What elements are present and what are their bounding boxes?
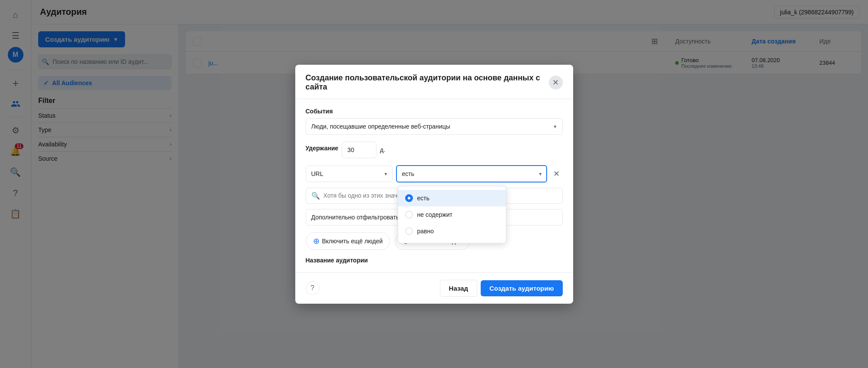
events-field-group: События Люди, посещавшие определенные ве… <box>306 108 563 135</box>
modal-close-button[interactable]: ✕ <box>549 76 563 90</box>
radio-est <box>405 194 413 202</box>
events-label: События <box>306 108 563 115</box>
retention-label: Удержание <box>306 145 339 152</box>
help-button[interactable]: ? <box>306 281 320 295</box>
url-select[interactable]: URL <box>306 166 393 182</box>
dropdown-option-ne-soderzhit[interactable]: не содержит <box>398 206 506 223</box>
retention-row: Удержание 30 д. <box>306 142 563 158</box>
retention-input[interactable]: 30 <box>342 142 376 158</box>
events-select-wrapper: Люди, посещавшие определенные веб-страни… <box>306 118 563 135</box>
radio-ravno <box>405 227 413 235</box>
modal-header: Создание пользовательской аудитории на о… <box>295 65 573 99</box>
url-select-wrapper: URL <box>306 166 393 182</box>
filter-search-icon: 🔍 <box>311 192 320 200</box>
audience-name-label: Название аудитории <box>306 257 563 264</box>
filter-remove-button[interactable]: ✕ <box>551 168 563 180</box>
audience-name-section: Название аудитории <box>306 257 563 264</box>
modal-overlay: Создание пользовательской аудитории на о… <box>0 0 868 368</box>
include-icon: ⊕ <box>313 236 320 246</box>
option-label-est: есть <box>417 195 430 202</box>
back-button[interactable]: Назад <box>440 280 477 297</box>
footer-right: Назад Создать аудиторию <box>440 280 563 297</box>
retention-unit: д. <box>380 146 385 153</box>
include-people-button[interactable]: ⊕ Включить ещё людей <box>306 232 390 250</box>
dropdown-option-est[interactable]: есть <box>398 190 506 206</box>
create-audience-modal-button[interactable]: Создать аудиторию <box>481 280 562 296</box>
events-select[interactable]: Люди, посещавшие определенные веб-страни… <box>306 118 563 135</box>
url-filter-row: URL есть ✕ есть не <box>306 165 563 182</box>
condition-select[interactable]: есть <box>396 165 547 182</box>
modal-body: События Люди, посещавшие определенные ве… <box>295 99 573 272</box>
modal-footer: ? Назад Создать аудиторию <box>295 272 573 304</box>
modal: Создание пользовательской аудитории на о… <box>295 65 573 304</box>
modal-title: Создание пользовательской аудитории на о… <box>306 73 549 92</box>
condition-select-wrapper: есть <box>396 165 547 182</box>
radio-ne-soderzhit <box>405 211 413 219</box>
dropdown-option-ravno[interactable]: равно <box>398 223 506 239</box>
option-label-ravno: равно <box>417 228 434 235</box>
condition-dropdown-popup: есть не содержит равно <box>398 186 506 243</box>
option-label-ne-soderzhit: не содержит <box>417 211 452 218</box>
